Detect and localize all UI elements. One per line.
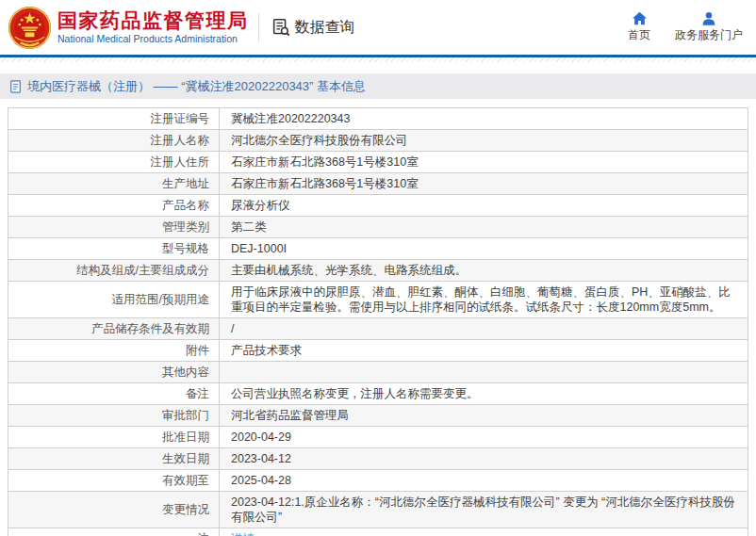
row-value: 用于临床尿液中的尿胆原、潜血、胆红素、酮体、白细胞、葡萄糖、蛋白质、PH、亚硝酸… <box>220 282 748 318</box>
row-label: 型号规格 <box>8 238 220 260</box>
row-value: 河北德尔全医疗科技股份有限公司 <box>220 130 748 152</box>
row-value: 2020-04-29 <box>220 427 748 448</box>
table-row: 管理类别第二类 <box>8 217 748 238</box>
data-query-section[interactable]: 数据查询 <box>271 17 355 38</box>
info-table-body: 注册证编号冀械注准20202220343注册人名称河北德尔全医疗科技股份有限公司… <box>8 108 748 536</box>
table-row: 审批部门河北省药品监督管理局 <box>8 405 748 427</box>
row-label: 审批部门 <box>8 405 220 427</box>
row-label: 产品名称 <box>8 195 220 217</box>
row-value <box>220 362 748 383</box>
document-search-icon <box>271 17 291 38</box>
row-value: 第二类 <box>220 217 748 238</box>
site-header: 国家药品监督管理局 National Medical Products Admi… <box>0 0 756 55</box>
table-row: 有效期至2025-04-28 <box>8 470 748 492</box>
row-label: 适用范围/预期用途 <box>8 282 220 318</box>
row-label: 产品储存条件及有效期 <box>8 318 220 340</box>
table-row: 结构及组成/主要组成成分主要由机械系统、光学系统、电路系统组成。 <box>8 260 748 282</box>
row-label: 注册证编号 <box>8 108 220 130</box>
page: 国家药品监督管理局 National Medical Products Admi… <box>0 0 756 536</box>
row-label: 生效日期 <box>8 448 220 470</box>
table-row: 附件产品技术要求 <box>8 340 748 362</box>
row-label: 注册人住所 <box>8 152 220 173</box>
breadcrumb: 境内医疗器械（注册） —— “冀械注准20202220343” 基本信息 <box>0 73 756 99</box>
row-value: 产品技术要求 <box>220 340 748 362</box>
hatch-strip <box>0 57 756 62</box>
row-label: 附件 <box>8 340 220 362</box>
page-icon <box>9 80 22 93</box>
table-row: 型号规格DEJ-1000Ⅰ <box>8 238 748 260</box>
top-nav: 首页 政务服务门户 <box>628 11 743 43</box>
header-divider <box>258 13 259 41</box>
row-label: 有效期至 <box>8 470 220 492</box>
table-row: 产品储存条件及有效期/ <box>8 318 748 340</box>
nav-home-label: 首页 <box>628 27 650 43</box>
row-value: / <box>220 318 748 340</box>
brand: 国家药品监督管理局 National Medical Products Admi… <box>8 6 249 50</box>
row-value: 2025-04-28 <box>220 470 748 492</box>
row-label: 注册人名称 <box>8 130 220 152</box>
agency-name-cn: 国家药品监督管理局 <box>58 9 249 32</box>
row-value: 主要由机械系统、光学系统、电路系统组成。 <box>220 260 748 282</box>
brand-text: 国家药品监督管理局 National Medical Products Admi… <box>58 9 249 45</box>
national-emblem-icon <box>8 6 52 50</box>
user-icon <box>701 11 716 25</box>
breadcrumb-text: 境内医疗器械（注册） —— “冀械注准20202220343” 基本信息 <box>27 78 366 95</box>
table-row: 生产地址石家庄市新石北路368号1号楼310室 <box>8 173 748 195</box>
row-value: 尿液分析仪 <box>220 195 748 217</box>
nav-portal[interactable]: 政务服务门户 <box>675 11 743 43</box>
row-label: ●注 <box>8 528 220 536</box>
row-value: 石家庄市新石北路368号1号楼310室 <box>220 152 748 173</box>
row-value: 详情 <box>220 528 748 536</box>
detail-link[interactable]: 详情 <box>231 532 255 536</box>
table-row: 注册人住所石家庄市新石北路368号1号楼310室 <box>8 152 748 173</box>
row-value: 冀械注准20202220343 <box>220 108 748 130</box>
data-query-label: 数据查询 <box>295 18 355 38</box>
agency-name-en: National Medical Products Administration <box>58 32 249 45</box>
registration-info-table: 注册证编号冀械注准20202220343注册人名称河北德尔全医疗科技股份有限公司… <box>8 107 748 536</box>
table-row: ●注详情 <box>8 528 748 536</box>
row-label: 批准日期 <box>8 427 220 448</box>
row-label: 备注 <box>8 383 220 405</box>
row-value: DEJ-1000Ⅰ <box>220 238 748 260</box>
row-label: 结构及组成/主要组成成分 <box>8 260 220 282</box>
row-value: 河北省药品监督管理局 <box>220 405 748 427</box>
table-row: 注册人名称河北德尔全医疗科技股份有限公司 <box>8 130 748 152</box>
table-row: 注册证编号冀械注准20202220343 <box>8 108 748 130</box>
home-icon <box>632 11 648 25</box>
table-row: 变更情况2023-04-12:1.原企业名称：“河北德尔全医疗器械科技有限公司”… <box>8 492 748 528</box>
row-label: 变更情况 <box>8 492 220 528</box>
row-value: 2023-04-12 <box>220 448 748 470</box>
table-row: 备注公司营业执照名称变更，注册人名称需要变更。 <box>8 383 748 405</box>
nav-home[interactable]: 首页 <box>628 11 650 43</box>
table-row: 产品名称尿液分析仪 <box>8 195 748 217</box>
table-row: 其他内容 <box>8 362 748 383</box>
nav-portal-label: 政务服务门户 <box>675 27 743 43</box>
row-value: 公司营业执照名称变更，注册人名称需要变更。 <box>220 383 748 405</box>
row-value: 石家庄市新石北路368号1号楼310室 <box>220 173 748 195</box>
row-value: 2023-04-12:1.原企业名称：“河北德尔全医疗器械科技有限公司” 变更为… <box>220 492 748 528</box>
row-label: 管理类别 <box>8 217 220 238</box>
row-label: 其他内容 <box>8 362 220 383</box>
table-row: 生效日期2023-04-12 <box>8 448 748 470</box>
table-row: 批准日期2020-04-29 <box>8 427 748 448</box>
row-label: 生产地址 <box>8 173 220 195</box>
table-row: 适用范围/预期用途用于临床尿液中的尿胆原、潜血、胆红素、酮体、白细胞、葡萄糖、蛋… <box>8 282 748 318</box>
